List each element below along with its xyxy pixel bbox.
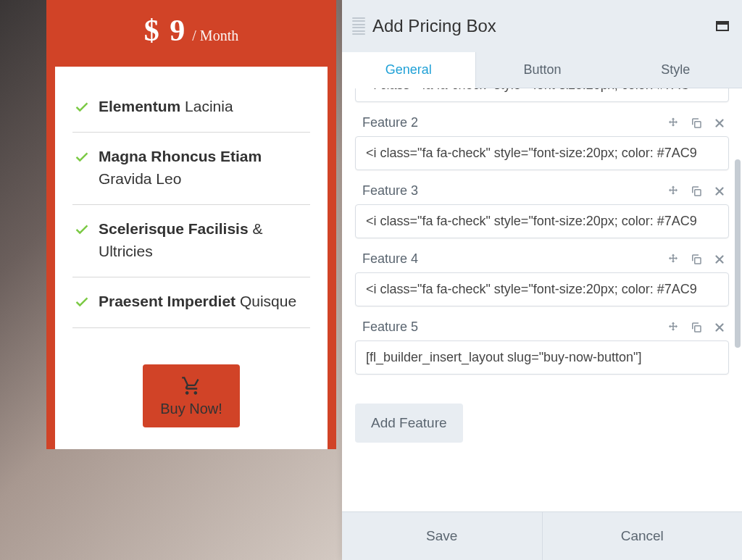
move-icon[interactable]	[667, 321, 680, 334]
settings-panel: Add Pricing Box General Button Style <i …	[342, 0, 742, 560]
resize-icon[interactable]	[716, 21, 729, 31]
feature-input[interactable]	[355, 136, 729, 170]
svg-rect-3	[695, 325, 701, 331]
pricing-body: Elementum Lacinia Magna Rhoncus Etiam Gr…	[55, 67, 328, 449]
feature-label: Feature 3	[362, 183, 667, 198]
svg-rect-0	[695, 121, 701, 127]
cart-icon	[180, 376, 203, 396]
price-period: / Month	[192, 28, 238, 44]
close-icon[interactable]	[713, 321, 726, 334]
list-item: Magna Rhoncus Etiam Gravida Leo	[72, 133, 310, 205]
move-icon[interactable]	[667, 253, 680, 266]
panel-title: Add Pricing Box	[372, 16, 716, 36]
check-icon	[72, 99, 91, 114]
feature-input-partial[interactable]: <i class="fa fa-check" style="font-size:…	[355, 88, 729, 102]
feature-row: Feature 2	[355, 115, 729, 170]
price-value: $ 9	[144, 13, 187, 48]
buy-button-label: Buy Now!	[160, 401, 222, 417]
feature-input[interactable]	[355, 272, 729, 306]
move-icon[interactable]	[667, 117, 680, 130]
feature-row: Feature 4	[355, 251, 729, 306]
copy-icon[interactable]	[690, 117, 703, 130]
feature-text: Scelerisque Facilisis & Ultricies	[99, 218, 310, 262]
copy-icon[interactable]	[690, 185, 703, 198]
move-icon[interactable]	[667, 185, 680, 198]
close-icon[interactable]	[713, 117, 726, 130]
feature-text: Magna Rhoncus Etiam Gravida Leo	[99, 146, 310, 190]
close-icon[interactable]	[713, 253, 726, 266]
feature-label: Feature 4	[362, 251, 667, 267]
feature-text: Elementum Lacinia	[99, 96, 310, 117]
close-icon[interactable]	[713, 185, 726, 198]
check-icon	[72, 293, 91, 309]
list-item: Scelerisque Facilisis & Ultricies	[72, 205, 310, 277]
tab-button[interactable]: Button	[476, 52, 609, 88]
panel-body: <i class="fa fa-check" style="font-size:…	[342, 88, 742, 511]
list-item: Elementum Lacinia	[72, 96, 310, 133]
svg-rect-2	[695, 257, 701, 263]
panel-header: Add Pricing Box	[342, 0, 742, 52]
tab-style[interactable]: Style	[609, 52, 742, 88]
feature-row: Feature 5	[355, 319, 729, 375]
panel-footer: Save Cancel	[342, 511, 742, 560]
save-button[interactable]: Save	[342, 512, 543, 560]
copy-icon[interactable]	[690, 321, 703, 334]
pricing-header: $ 9 / Month	[46, 0, 336, 67]
add-feature-button[interactable]: Add Feature	[355, 404, 463, 443]
check-icon	[72, 221, 91, 237]
pricing-box: $ 9 / Month Elementum Lacinia Magna Rhon…	[46, 0, 336, 449]
feature-input[interactable]	[355, 340, 729, 375]
drag-handle-icon[interactable]	[352, 16, 365, 36]
feature-text: Praesent Imperdiet Quisque	[99, 291, 310, 312]
tab-general[interactable]: General	[342, 52, 476, 88]
feature-label: Feature 5	[362, 319, 667, 335]
scrollbar-thumb[interactable]	[735, 159, 741, 348]
feature-label: Feature 2	[362, 115, 667, 130]
feature-input[interactable]	[355, 204, 729, 238]
svg-rect-1	[695, 189, 701, 195]
list-item: Praesent Imperdiet Quisque	[72, 277, 310, 327]
scrollbar[interactable]	[735, 130, 741, 377]
cancel-button[interactable]: Cancel	[543, 512, 743, 560]
tabs: General Button Style	[342, 52, 742, 88]
feature-list: Elementum Lacinia Magna Rhoncus Etiam Gr…	[72, 96, 310, 328]
check-icon	[72, 149, 91, 164]
buy-now-button[interactable]: Buy Now!	[143, 364, 240, 427]
copy-icon[interactable]	[690, 253, 703, 266]
feature-row: Feature 3	[355, 183, 729, 238]
